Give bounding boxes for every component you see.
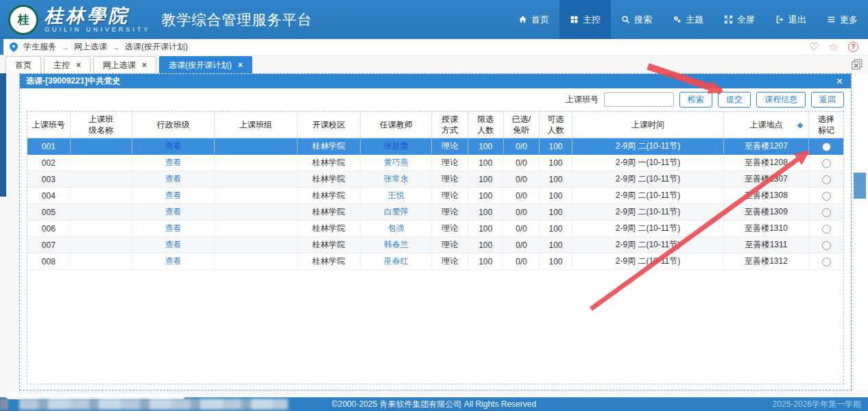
view-link[interactable]: 查看 — [165, 141, 182, 151]
cell-admin-class: 查看 — [132, 221, 215, 237]
cell-admin-class: 查看 — [132, 188, 215, 204]
nav-item-more[interactable]: 更多 — [817, 0, 868, 39]
breadcrumb-separator: → — [112, 42, 120, 52]
teacher-link[interactable]: 韩春兰 — [384, 240, 409, 249]
cell-class-group — [215, 138, 297, 155]
cell-mode: 理论 — [432, 188, 468, 204]
tab-close-icon[interactable]: × — [142, 61, 147, 69]
table-row-008[interactable]: 008查看桂林学院巫春红理论1000/01002-9周 二(10-11节)至善楼… — [27, 253, 843, 270]
cell-mode: 理论 — [432, 155, 468, 171]
cell-time: 2-9周 二(10-11节) — [572, 138, 724, 155]
table-row-001[interactable]: 001查看桂林学院张新蕾理论1000/01002-9周 二(10-11节)至善楼… — [27, 138, 843, 155]
cell-class-group — [215, 221, 297, 237]
nav-item-search[interactable]: 搜索 — [611, 0, 662, 39]
course-select-dialog: 选课-[39009221]中共党史 × 上课班号 检索提交课程信息返回 上课班号… — [19, 73, 852, 390]
table-row-003[interactable]: 003查看桂林学院张常永理论1000/01002-9周 二(10-11节)至善楼… — [27, 171, 843, 188]
view-link[interactable]: 查看 — [165, 207, 182, 216]
cell-admin-class: 查看 — [132, 237, 215, 253]
breadcrumb-bar: 学生服务→网上选课→选课(按开课计划) ♡ ☆ ? — [0, 39, 868, 55]
nav-item-home[interactable]: 首页 — [508, 0, 559, 39]
view-link[interactable]: 查看 — [165, 158, 182, 167]
select-radio[interactable] — [822, 225, 831, 234]
cell-chosen: 0/0 — [503, 204, 539, 221]
redacted-taskbar-blur — [0, 399, 8, 410]
tab-3[interactable]: 选课(按开课计划)× — [159, 56, 252, 73]
teacher-link[interactable]: 张新蕾 — [384, 141, 409, 151]
select-radio[interactable] — [822, 208, 831, 217]
teacher-link[interactable]: 包强 — [388, 223, 405, 233]
select-radio[interactable] — [822, 175, 831, 184]
close-all-tabs-icon[interactable] — [852, 59, 863, 73]
cell-limit: 100 — [468, 171, 503, 188]
view-link[interactable]: 查看 — [165, 240, 182, 249]
view-link[interactable]: 查看 — [165, 190, 182, 200]
teacher-link[interactable]: 黄巧燕 — [384, 158, 409, 167]
nav-item-main[interactable]: 主控 — [559, 0, 611, 39]
tab-1[interactable]: 主控× — [44, 56, 91, 73]
bookmark-star-icon[interactable]: ☆ — [829, 40, 839, 53]
table-row-002[interactable]: 002查看桂林学院黄巧燕理论1000/01002-9周 一(10-11节)至善楼… — [27, 155, 843, 171]
breadcrumb-item-0[interactable]: 学生服务 — [23, 41, 56, 53]
view-link[interactable]: 查看 — [165, 223, 182, 233]
cell-chosen: 0/0 — [503, 188, 539, 204]
dialog-close-icon[interactable]: × — [834, 76, 845, 87]
grid-container: 上课班号上课班 级名称行政班级上课班组开课校区任课教师授课 方式限选 人数已选/… — [27, 111, 844, 384]
nav-item-fullscreen[interactable]: 全屏 — [714, 0, 765, 39]
sort-diamond-icon[interactable]: ◆ — [797, 120, 803, 130]
cell-class-no: 006 — [27, 221, 70, 237]
cell-limit: 100 — [468, 155, 503, 171]
view-link[interactable]: 查看 — [165, 256, 182, 266]
col-header-class_name: 上课班 级名称 — [70, 112, 132, 138]
course-info-button[interactable]: 课程信息 — [756, 92, 806, 108]
cell-teacher: 黄巧燕 — [361, 155, 432, 171]
cell-select — [809, 253, 843, 270]
cell-avail: 100 — [539, 253, 572, 270]
select-radio[interactable] — [822, 159, 831, 168]
cell-limit: 100 — [468, 188, 503, 204]
footer-semester: 2025-2026学年第一学期 — [773, 399, 861, 410]
nav-item-theme[interactable]: 主题 — [662, 0, 714, 39]
favorite-heart-icon[interactable]: ♡ — [809, 40, 819, 53]
cell-time: 2-9周 二(10-11节) — [572, 204, 724, 221]
nav-item-logout[interactable]: 退出 — [765, 0, 817, 39]
top-nav: 首页主控搜索主题全屏退出更多 — [508, 0, 868, 39]
teacher-link[interactable]: 巫春红 — [384, 256, 409, 266]
teacher-link[interactable]: 白爱萍 — [384, 207, 409, 216]
teacher-link[interactable]: 王悦 — [388, 190, 405, 200]
view-link[interactable]: 查看 — [165, 174, 182, 184]
table-row-007[interactable]: 007查看桂林学院韩春兰理论1000/01002-9周 二(10-11节)至善楼… — [27, 237, 843, 253]
tab-0[interactable]: 首页 — [5, 56, 41, 73]
tab-close-icon[interactable]: × — [76, 61, 81, 69]
teacher-link[interactable]: 张常永 — [384, 174, 409, 184]
tab-label: 选课(按开课计划) — [169, 60, 232, 71]
help-icon[interactable]: ? — [848, 42, 858, 52]
table-row-005[interactable]: 005查看桂林学院白爱萍理论1000/01002-9周 二(10-11节)至善楼… — [27, 204, 843, 221]
cell-class-group — [215, 237, 297, 253]
select-radio[interactable] — [822, 192, 831, 201]
class-no-input[interactable] — [604, 92, 674, 107]
tab-2[interactable]: 网上选课× — [93, 56, 156, 73]
cell-teacher: 张新蕾 — [361, 138, 432, 155]
cell-teacher: 张常永 — [361, 171, 432, 188]
home-icon — [518, 15, 527, 24]
table-row-004[interactable]: 004查看桂林学院王悦理论1000/01002-9周 二(10-11节)至善楼1… — [27, 188, 843, 204]
select-radio[interactable] — [822, 258, 831, 266]
breadcrumb-item-1[interactable]: 网上选课 — [74, 41, 107, 53]
select-radio[interactable] — [822, 142, 831, 151]
search-button[interactable]: 检索 — [679, 92, 712, 108]
breadcrumb-item-2[interactable]: 选课(按开课计划) — [125, 41, 188, 53]
cell-admin-class: 查看 — [132, 204, 215, 221]
tab-close-icon[interactable]: × — [238, 61, 243, 69]
submit-button[interactable]: 提交 — [718, 92, 751, 108]
cell-time: 2-9周 二(10-11节) — [572, 237, 724, 253]
back-button[interactable]: 返回 — [811, 92, 844, 108]
select-radio[interactable] — [822, 241, 831, 250]
cell-location: 至善楼1310 — [723, 221, 808, 237]
table-row-006[interactable]: 006查看桂林学院包强理论1000/01002-9周 二(10-11节)至善楼1… — [27, 221, 843, 237]
cell-teacher: 白爱萍 — [361, 204, 432, 221]
cell-select — [809, 188, 843, 204]
cell-location: 至善楼1307 — [723, 171, 808, 188]
app-window: 桂 桂林學院 GUILIN UNIVERSITY 教学综合管理服务平台 首页主控… — [0, 0, 868, 411]
col-header-mode: 授课 方式 — [432, 112, 468, 138]
breadcrumb: 学生服务→网上选课→选课(按开课计划) — [23, 41, 188, 53]
